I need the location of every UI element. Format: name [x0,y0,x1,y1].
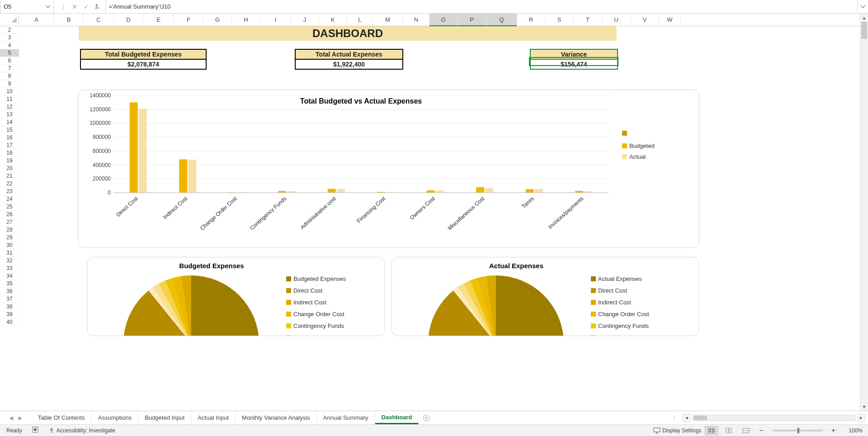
worksheet-area[interactable]: DASHBOARD Total Budgeted Expenses $2,078… [19,26,860,411]
chart-budgeted-expenses[interactable]: Budgeted ExpensesBudgeted ExpensesDirect… [87,257,385,336]
name-box[interactable]: O5 [0,0,54,13]
view-page-break-button[interactable] [739,426,753,435]
sheet-tab-assumptions[interactable]: Assumptions [92,411,138,424]
chart-actual-expenses[interactable]: Actual ExpensesActual ExpensesDirect Cos… [392,257,699,336]
row-header-35[interactable]: 35 [0,280,19,288]
column-header-T[interactable]: T [574,14,602,26]
row-header-14[interactable]: 14 [0,118,19,126]
vertical-scrollbar[interactable]: ▲ ▼ [860,14,868,411]
row-header-7[interactable]: 7 [0,65,19,72]
display-settings-button[interactable]: Display Settings [653,427,701,434]
row-header-18[interactable]: 18 [0,149,19,157]
row-header-6[interactable]: 6 [0,57,19,65]
enter-icon[interactable]: ✓ [84,3,89,10]
row-header-25[interactable]: 25 [0,203,19,211]
column-header-N[interactable]: N [403,14,429,26]
macro-record-icon[interactable] [32,427,38,434]
zoom-slider[interactable] [773,430,822,431]
zoom-thumb[interactable] [797,428,799,433]
row-header-28[interactable]: 28 [0,226,19,234]
scroll-thumb[interactable] [861,22,867,39]
row-header-21[interactable]: 21 [0,172,19,180]
row-header-9[interactable]: 9 [0,80,19,88]
column-header-I[interactable]: I [260,14,291,26]
column-header-R[interactable]: R [517,14,545,26]
row-header-33[interactable]: 33 [0,265,19,272]
column-header-W[interactable]: W [659,14,681,26]
view-page-layout-button[interactable] [722,426,736,435]
tab-next-icon[interactable]: ► [17,414,24,422]
zoom-out-button[interactable]: − [756,427,766,435]
sheet-tab-annual-summary[interactable]: Annual Summary [317,411,375,424]
row-header-29[interactable]: 29 [0,234,19,242]
column-header-Q[interactable]: Q [486,14,517,26]
column-header-E[interactable]: E [143,14,174,26]
row-header-40[interactable]: 40 [0,318,19,326]
tab-split-dots-icon[interactable]: ⋮ [669,414,680,421]
row-header-34[interactable]: 34 [0,272,19,280]
column-header-S[interactable]: S [545,14,574,26]
tab-prev-icon[interactable]: ◄ [8,414,14,422]
sheet-tab-dashboard[interactable]: Dashboard [375,411,419,424]
view-normal-button[interactable] [705,426,718,435]
scroll-left-icon[interactable]: ◄ [683,414,691,422]
sheet-tab-monthly-variance-analysis[interactable]: Monthly Variance Analysis [236,411,317,424]
row-header-11[interactable]: 11 [0,95,19,103]
fx-icon[interactable]: fx [95,3,99,10]
column-header-F[interactable]: F [174,14,203,26]
scroll-track[interactable] [693,415,855,421]
scroll-thumb[interactable] [693,416,707,420]
row-header-27[interactable]: 27 [0,218,19,226]
row-header-20[interactable]: 20 [0,165,19,172]
row-header-22[interactable]: 22 [0,180,19,188]
chart-budget-vs-actual[interactable]: Total Budgeted vs Actual Expenses0200000… [78,90,699,248]
row-header-26[interactable]: 26 [0,211,19,218]
sheet-tab-actual-input[interactable]: Actual Input [191,411,236,424]
row-header-23[interactable]: 23 [0,188,19,195]
column-header-K[interactable]: K [319,14,347,26]
row-header-8[interactable]: 8 [0,72,19,80]
row-header-15[interactable]: 15 [0,126,19,134]
formula-bar-expand[interactable] [857,0,868,13]
sheet-tab-budgeted-input[interactable]: Budgeted Input [138,411,191,424]
row-header-13[interactable]: 13 [0,111,19,118]
column-header-M[interactable]: M [373,14,403,26]
horizontal-scrollbar[interactable]: ◄ ► [680,411,868,424]
scroll-up-icon[interactable]: ▲ [860,14,868,22]
select-all-corner[interactable] [0,14,19,26]
column-header-P[interactable]: P [458,14,486,26]
row-header-4[interactable]: 4 [0,42,19,49]
row-header-5[interactable]: 5 [0,49,19,57]
row-header-12[interactable]: 12 [0,103,19,111]
scroll-down-icon[interactable]: ▼ [860,403,868,411]
row-header-31[interactable]: 31 [0,249,19,257]
row-header-24[interactable]: 24 [0,195,19,203]
cancel-icon[interactable]: ✕ [72,3,77,10]
column-header-J[interactable]: J [291,14,319,26]
row-header-30[interactable]: 30 [0,242,19,249]
row-header-16[interactable]: 16 [0,134,19,142]
scroll-right-icon[interactable]: ► [857,414,865,422]
column-header-V[interactable]: V [631,14,659,26]
column-header-D[interactable]: D [114,14,143,26]
column-header-C[interactable]: C [84,14,114,26]
zoom-in-button[interactable]: + [829,427,838,435]
column-header-G[interactable]: G [203,14,232,26]
row-header-19[interactable]: 19 [0,157,19,165]
row-header-17[interactable]: 17 [0,142,19,149]
column-header-A[interactable]: A [19,14,54,26]
row-header-32[interactable]: 32 [0,257,19,265]
column-header-O[interactable]: O [429,14,458,26]
row-header-2[interactable]: 2 [0,26,19,34]
row-header-37[interactable]: 37 [0,295,19,303]
sheet-tab-table-of-contents[interactable]: Table Of Contents [32,411,92,424]
accessibility-status[interactable]: Accessibility: Investigate [48,427,115,434]
column-header-U[interactable]: U [602,14,631,26]
new-sheet-button[interactable] [419,414,434,422]
row-header-38[interactable]: 38 [0,303,19,311]
column-header-H[interactable]: H [232,14,260,26]
row-header-36[interactable]: 36 [0,288,19,295]
row-header-39[interactable]: 39 [0,311,19,318]
row-header-10[interactable]: 10 [0,88,19,95]
formula-input[interactable]: ='Annual Summary'!J10 [106,3,857,10]
